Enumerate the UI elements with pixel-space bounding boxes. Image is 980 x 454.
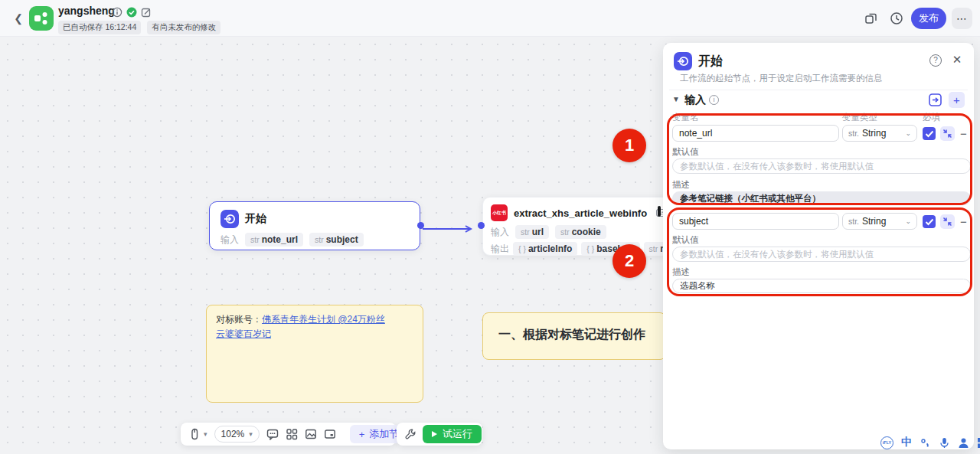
- zoom-select[interactable]: 102% ▾: [214, 426, 260, 443]
- param-type-select[interactable]: str.String⌄: [842, 125, 917, 142]
- play-icon: [432, 431, 437, 437]
- chevron-down-icon: ⌄: [905, 217, 911, 225]
- workflow-logo-icon: [29, 6, 54, 31]
- start-node-config-panel: 开始 ? ✕ 工作流的起始节点，用于设定启动工作流需要的信息 ▼ 输入 i + …: [663, 43, 974, 449]
- workflow-editor: ❮ yangsheng 已自动保存 16:12:44 有尚未发布的修改 发布 ⋯…: [0, 0, 980, 454]
- extract-output-label: 输出: [491, 243, 509, 256]
- extract-node-title: extract_xhs_article_webinfo: [514, 207, 647, 219]
- input-section-header: ▼ 输入 i +: [671, 90, 966, 110]
- annotation-circle-2: 2: [612, 244, 646, 278]
- more-button[interactable]: ⋯: [952, 8, 972, 29]
- node-start[interactable]: 开始 输入 strnote_url strsubject: [209, 201, 420, 250]
- col-required: 必填: [923, 112, 940, 123]
- pointer-mode-icon[interactable]: [188, 428, 201, 440]
- close-icon[interactable]: ✕: [951, 54, 963, 66]
- panel-header: 开始 ? ✕ 工作流的起始节点，用于设定启动工作流需要的信息: [669, 47, 968, 90]
- punctuation-icon[interactable]: [920, 437, 931, 449]
- publish-button[interactable]: 发布: [911, 8, 946, 29]
- help-icon[interactable]: ?: [929, 54, 942, 67]
- sticky-note-benchmark[interactable]: 对标账号：佛系青年养生计划 @24万粉丝 云婆婆百岁记: [206, 305, 423, 403]
- plus-icon: +: [359, 429, 365, 440]
- verified-icon: [126, 7, 137, 18]
- required-checkbox[interactable]: [923, 127, 936, 140]
- add-parameter-button[interactable]: +: [949, 92, 965, 108]
- column-headers: 变量名 变量类型 必填: [672, 112, 965, 123]
- annotation-circle-1: 1: [612, 129, 646, 162]
- panel-subtitle: 工作流的起始节点，用于设定启动工作流需要的信息: [680, 73, 883, 84]
- top-bar: ❮ yangsheng 已自动保存 16:12:44 有尚未发布的修改 发布 ⋯: [0, 0, 980, 37]
- workflow-title: yangsheng: [58, 5, 115, 17]
- collapse-param-icon[interactable]: [940, 214, 955, 229]
- start-node-title: 开始: [245, 212, 266, 226]
- back-icon[interactable]: ❮: [11, 11, 26, 26]
- param-name-input[interactable]: [672, 213, 839, 230]
- auto-layout-icon[interactable]: [286, 428, 298, 440]
- zoom-value: 102%: [221, 429, 245, 439]
- chevron-down-icon: ▾: [249, 430, 253, 438]
- connection-edge: [423, 225, 478, 233]
- param-type-select[interactable]: str.String⌄: [842, 213, 917, 230]
- xiaohongshu-icon: 小红书: [491, 204, 508, 221]
- extract-input-label: 输入: [491, 226, 509, 239]
- required-checkbox[interactable]: [923, 215, 936, 228]
- start-input-label: 输入: [220, 234, 239, 247]
- history-icon[interactable]: [889, 11, 904, 26]
- col-variable-type: 变量类型: [842, 112, 877, 123]
- node-extract-xhs-article-webinfo[interactable]: 小红书 extract_xhs_article_webinfo 输入 strur…: [482, 197, 674, 256]
- autosave-badge: 已自动保存 16:12:44: [58, 21, 141, 34]
- description-input[interactable]: [672, 279, 971, 293]
- ime-toolbar: iFLY 中: [880, 436, 980, 449]
- chinese-mode-icon[interactable]: 中: [901, 436, 912, 449]
- canvas-toolbar: ▾ 102% ▾ + 添加节点: [181, 423, 396, 446]
- input-section-title: 输入: [684, 93, 706, 107]
- input-info-icon[interactable]: i: [709, 95, 719, 105]
- param-tag: strsubject: [309, 233, 364, 247]
- param-tag: strurl: [515, 225, 549, 239]
- param-tag: { }articleInfo: [513, 242, 577, 256]
- node-menu-handle[interactable]: [658, 206, 661, 217]
- collapse-param-icon[interactable]: [940, 126, 955, 141]
- description-input[interactable]: [672, 191, 971, 205]
- run-toolbar: 试运行: [397, 423, 482, 446]
- comment-icon[interactable]: [266, 428, 279, 440]
- chevron-down-icon: ⌄: [905, 129, 911, 137]
- chevron-down-icon[interactable]: ▾: [204, 430, 207, 438]
- description-label: 描述: [672, 179, 690, 191]
- default-value-label: 默认值: [672, 234, 699, 246]
- panel-title: 开始: [698, 54, 723, 70]
- default-value-input[interactable]: [672, 158, 971, 174]
- param-tag: strnote_url: [245, 233, 303, 247]
- remove-param-button[interactable]: −: [959, 129, 969, 139]
- param-tag: strcookie: [555, 225, 606, 239]
- start-output-port[interactable]: [417, 222, 424, 229]
- start-node-icon: [674, 52, 692, 70]
- workflow-canvas[interactable]: 开始 输入 strnote_url strsubject 小红书 extract…: [0, 37, 980, 454]
- section-note-text: 一、根据对标笔记进行创作: [498, 328, 645, 341]
- unpublished-badge: 有尚未发布的修改: [147, 21, 220, 34]
- image-icon[interactable]: [305, 428, 317, 440]
- duplicate-icon[interactable]: [864, 11, 879, 26]
- benchmark-link-1[interactable]: 佛系青年养生计划 @24万粉丝: [262, 314, 385, 325]
- info-icon[interactable]: [112, 7, 122, 18]
- default-value-label: 默认值: [672, 146, 699, 158]
- note-prefix: 对标账号：: [216, 314, 262, 325]
- default-value-input[interactable]: [672, 247, 971, 262]
- extract-input-port[interactable]: [478, 222, 485, 229]
- keyboard-grid-icon[interactable]: [977, 437, 980, 449]
- description-label: 描述: [672, 266, 690, 278]
- remove-param-button[interactable]: −: [959, 217, 969, 227]
- edit-icon[interactable]: [141, 7, 152, 18]
- start-node-icon: [220, 210, 239, 228]
- frame-note-icon[interactable]: [324, 428, 336, 440]
- param-name-input[interactable]: [672, 125, 839, 142]
- col-variable-name: 变量名: [672, 113, 699, 122]
- test-run-button[interactable]: 试运行: [423, 425, 482, 443]
- wrench-icon[interactable]: [404, 428, 416, 440]
- collapse-chevron-icon[interactable]: ▼: [672, 95, 680, 103]
- mic-icon[interactable]: [939, 437, 950, 449]
- ifly-logo-icon[interactable]: iFLY: [880, 436, 893, 449]
- user-icon[interactable]: [958, 437, 969, 449]
- import-json-icon[interactable]: [927, 92, 943, 108]
- benchmark-link-2[interactable]: 云婆婆百岁记: [216, 328, 271, 339]
- sticky-note-section[interactable]: 一、根据对标笔记进行创作: [482, 312, 666, 360]
